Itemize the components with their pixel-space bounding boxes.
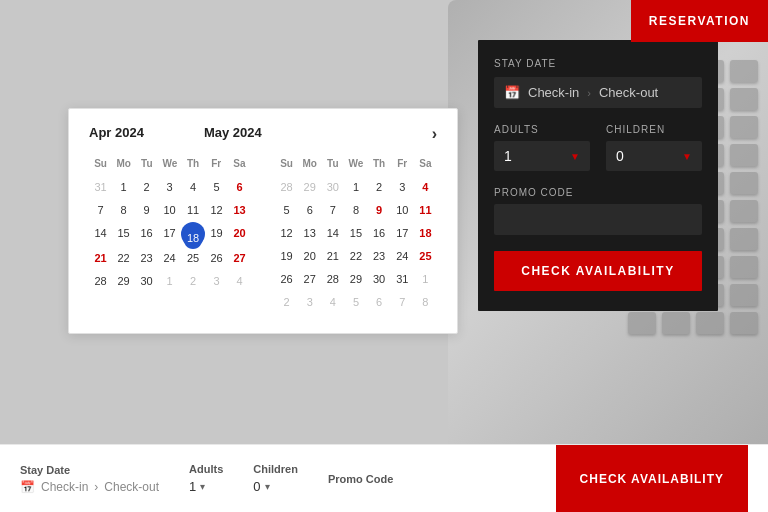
calendar-day[interactable]: 8 (112, 199, 135, 221)
adults-select[interactable]: 1 ▼ (494, 141, 590, 171)
calendar-day[interactable]: 6 (228, 176, 251, 198)
calendar-day[interactable]: 13 (298, 222, 321, 244)
children-label: CHILDREN (606, 124, 702, 135)
calendar-day[interactable]: 12 (205, 199, 228, 221)
checkin-field[interactable]: Check-in (528, 85, 579, 100)
calendar-day[interactable]: 25 (181, 247, 205, 269)
calendar-day[interactable]: 27 (228, 247, 251, 269)
calendar-day[interactable]: 29 (344, 268, 367, 290)
calendar-day[interactable]: 22 (112, 247, 135, 269)
calendar-day[interactable]: 4 (181, 176, 205, 198)
calendar-day[interactable]: 15 (344, 222, 367, 244)
calendar-day[interactable]: 2 (181, 270, 205, 292)
bottom-check-availability-button[interactable]: CHECK AVAILABILITY (556, 445, 748, 512)
bottom-adults-select[interactable]: 1 ▾ (189, 479, 223, 494)
may-days: 2829301234567891011121314151617181920212… (275, 176, 437, 313)
calendar-day[interactable]: 28 (89, 270, 112, 292)
calendar-day[interactable]: 23 (368, 245, 391, 267)
calendar-day[interactable]: 18 (181, 222, 205, 246)
bottom-children-arrow: ▾ (265, 481, 270, 492)
calendar-day[interactable]: 13 (228, 199, 251, 221)
calendar-day[interactable]: 1 (112, 176, 135, 198)
calendar-day[interactable]: 3 (158, 176, 181, 198)
calendar-day[interactable]: 14 (89, 222, 112, 246)
calendar-day[interactable]: 8 (414, 291, 437, 313)
calendar-day[interactable]: 20 (228, 222, 251, 246)
bottom-date-input[interactable]: 📅 Check-in › Check-out (20, 480, 159, 494)
calendar-day[interactable]: 3 (298, 291, 321, 313)
calendar-day[interactable]: 31 (391, 268, 414, 290)
calendar-day[interactable]: 28 (321, 268, 344, 290)
calendar-day[interactable]: 7 (321, 199, 344, 221)
calendar-day[interactable]: 18 (414, 222, 437, 244)
calendar-day[interactable]: 9 (135, 199, 158, 221)
calendar-day[interactable]: 2 (368, 176, 391, 198)
calendar-day[interactable]: 29 (112, 270, 135, 292)
calendar-day[interactable]: 5 (344, 291, 367, 313)
calendar-day[interactable]: 10 (158, 199, 181, 221)
calendar-day[interactable]: 1 (414, 268, 437, 290)
calendar-day[interactable]: 25 (414, 245, 437, 267)
calendar-day[interactable]: 2 (135, 176, 158, 198)
calendar-day[interactable]: 23 (135, 247, 158, 269)
calendar-day[interactable]: 4 (414, 176, 437, 198)
calendar-day[interactable]: 28 (275, 176, 298, 198)
calendar-day[interactable]: 7 (391, 291, 414, 313)
calendar-day[interactable]: 21 (89, 247, 112, 269)
calendar-day[interactable]: 14 (321, 222, 344, 244)
calendar-day[interactable]: 9 (368, 199, 391, 221)
calendar-day[interactable]: 16 (135, 222, 158, 246)
calendar-day[interactable]: 16 (368, 222, 391, 244)
adults-group: ADULTS 1 ▼ (494, 124, 590, 171)
april-grid: Su Mo Tu We Th Fr Sa 3112345678910111213… (89, 155, 251, 313)
calendar-day[interactable]: 12 (275, 222, 298, 244)
calendar-day[interactable]: 26 (205, 247, 228, 269)
calendar-day[interactable]: 17 (158, 222, 181, 246)
calendar-day[interactable]: 24 (391, 245, 414, 267)
calendar-day[interactable]: 3 (205, 270, 228, 292)
bottom-stay-date-field: Stay Date 📅 Check-in › Check-out (20, 464, 159, 494)
calendar-day[interactable]: 24 (158, 247, 181, 269)
calendar-day[interactable]: 15 (112, 222, 135, 246)
calendar-day[interactable]: 19 (275, 245, 298, 267)
checkout-field[interactable]: Check-out (599, 85, 658, 100)
calendar-day[interactable]: 11 (414, 199, 437, 221)
calendar-day[interactable]: 26 (275, 268, 298, 290)
calendar-grids: Su Mo Tu We Th Fr Sa 3112345678910111213… (89, 155, 437, 313)
bottom-adults-label: Adults (189, 463, 223, 475)
bottom-children-select[interactable]: 0 ▾ (253, 479, 298, 494)
calendar-day[interactable]: 4 (228, 270, 251, 292)
calendar-day[interactable]: 4 (321, 291, 344, 313)
calendar-day[interactable]: 31 (89, 176, 112, 198)
calendar-day[interactable]: 29 (298, 176, 321, 198)
reservation-tab[interactable]: RESERVATION (631, 0, 768, 42)
calendar-day[interactable]: 2 (275, 291, 298, 313)
calendar-day[interactable]: 10 (391, 199, 414, 221)
calendar-day[interactable]: 5 (205, 176, 228, 198)
calendar-day[interactable]: 22 (344, 245, 367, 267)
calendar-day[interactable]: 20 (298, 245, 321, 267)
calendar-day[interactable]: 1 (158, 270, 181, 292)
calendar-day[interactable]: 19 (205, 222, 228, 246)
calendar-day[interactable]: 3 (391, 176, 414, 198)
calendar-day[interactable]: 7 (89, 199, 112, 221)
calendar-day[interactable]: 21 (321, 245, 344, 267)
calendar-day[interactable]: 6 (298, 199, 321, 221)
calendar-day[interactable]: 30 (368, 268, 391, 290)
guests-row: ADULTS 1 ▼ CHILDREN 0 ▼ (494, 124, 702, 171)
calendar-day[interactable]: 8 (344, 199, 367, 221)
calendar-day[interactable]: 1 (344, 176, 367, 198)
calendar-next-button[interactable]: › (432, 125, 437, 143)
children-select[interactable]: 0 ▼ (606, 141, 702, 171)
check-availability-button[interactable]: CHECK AVAILABILITY (494, 251, 702, 291)
calendar-day[interactable]: 11 (181, 199, 205, 221)
promo-input[interactable] (494, 204, 702, 235)
calendar-day[interactable]: 30 (321, 176, 344, 198)
bottom-promo-label: Promo Code (328, 473, 393, 485)
calendar-day[interactable]: 27 (298, 268, 321, 290)
date-range-input[interactable]: 📅 Check-in › Check-out (494, 77, 702, 108)
calendar-day[interactable]: 5 (275, 199, 298, 221)
calendar-day[interactable]: 17 (391, 222, 414, 244)
calendar-day[interactable]: 6 (368, 291, 391, 313)
calendar-day[interactable]: 30 (135, 270, 158, 292)
